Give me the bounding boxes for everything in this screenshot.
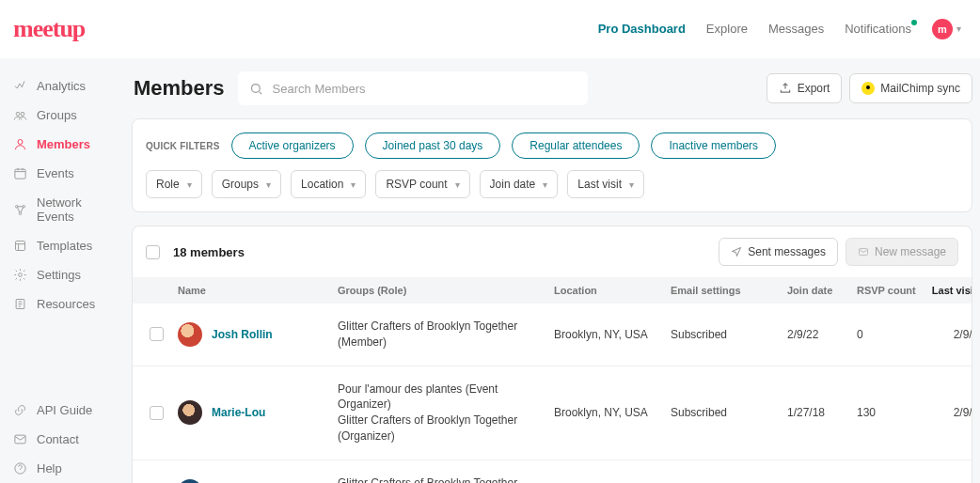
member-avatar — [178, 322, 202, 347]
member-avatar — [178, 479, 202, 483]
search-icon — [249, 82, 263, 96]
svg-point-8 — [19, 273, 23, 277]
table-actions: Sent messages New message — [719, 238, 958, 266]
sidebar-item-settings[interactable]: Settings — [0, 260, 124, 289]
cell-rsvp-count: 0 — [855, 328, 925, 341]
user-avatar: m — [932, 19, 953, 39]
table-row: Sam Broad Glitter Crafters of Brooklyn T… — [133, 460, 972, 483]
member-name-link[interactable]: Josh Rollin — [212, 328, 273, 341]
nav-explore[interactable]: Explore — [706, 22, 748, 36]
brand-logo[interactable]: meetup — [13, 15, 85, 43]
chevron-down-icon: ▾ — [455, 179, 460, 190]
quick-filter-joined-30-days[interactable]: Joined past 30 days — [365, 132, 501, 159]
filter-last-visit[interactable]: Last visit▾ — [567, 170, 644, 198]
new-message-button: New message — [846, 238, 958, 266]
settings-icon — [13, 268, 27, 282]
page-title: Members — [134, 76, 225, 101]
sidebar: Analytics Groups Members Events Network … — [0, 58, 124, 483]
resources-icon — [13, 297, 27, 311]
main-content: Members Export MailChimp sync QUICK FILT… — [124, 58, 980, 483]
sidebar-item-api-guide[interactable]: API Guide — [0, 396, 124, 425]
groups-icon — [13, 108, 27, 122]
svg-rect-10 — [15, 435, 25, 444]
export-icon — [779, 82, 792, 95]
topbar: meetup Pro Dashboard Explore Messages No… — [0, 0, 980, 58]
quick-filter-active-organizers[interactable]: Active organizers — [231, 132, 354, 159]
search-input[interactable] — [273, 82, 577, 96]
mailchimp-label: MailChimp sync — [880, 82, 960, 95]
sidebar-item-label: Contact — [37, 432, 79, 446]
sidebar-item-label: Help — [37, 461, 62, 475]
cell-last-visit: 2/9/22 — [925, 406, 972, 419]
sidebar-item-label: Network Events — [37, 195, 111, 224]
svg-point-12 — [251, 84, 260, 92]
sidebar-item-analytics[interactable]: Analytics — [0, 71, 124, 101]
th-name[interactable]: Name — [176, 285, 336, 296]
shell: Analytics Groups Members Events Network … — [0, 58, 980, 483]
user-menu[interactable]: m ▾ — [932, 19, 961, 39]
member-count: 18 members — [173, 245, 245, 259]
sidebar-item-label: Groups — [37, 108, 77, 122]
sidebar-item-resources[interactable]: Resources — [0, 289, 124, 319]
sidebar-item-label: Templates — [37, 239, 92, 253]
nav-notifications[interactable]: Notifications — [845, 22, 911, 36]
svg-rect-13 — [859, 249, 867, 256]
chevron-down-icon: ▾ — [629, 179, 634, 190]
mail-icon — [13, 432, 27, 446]
network-events-icon — [13, 203, 27, 217]
table-header-row: Name Groups (Role) Location Email settin… — [133, 277, 972, 304]
link-icon — [13, 403, 27, 417]
sidebar-item-label: Members — [37, 137, 90, 151]
export-button[interactable]: Export — [767, 73, 843, 103]
search-box[interactable] — [238, 71, 588, 105]
events-icon — [13, 166, 27, 180]
th-location[interactable]: Location — [552, 285, 669, 296]
cell-join-date: 1/27/18 — [785, 406, 855, 419]
sidebar-item-members[interactable]: Members — [0, 130, 124, 159]
sidebar-item-label: API Guide — [37, 403, 92, 417]
select-all-checkbox[interactable] — [146, 245, 160, 259]
cell-groups: Pour l'amour des plantes (Event Organize… — [336, 382, 552, 444]
svg-point-2 — [18, 140, 23, 145]
sidebar-item-help[interactable]: Help — [0, 454, 124, 483]
chevron-down-icon: ▾ — [543, 179, 547, 190]
table-body: Josh Rollin Glitter Crafters of Brooklyn… — [133, 304, 972, 483]
nav-messages[interactable]: Messages — [768, 22, 824, 36]
mail-icon — [858, 246, 869, 257]
svg-point-0 — [16, 112, 20, 116]
th-email[interactable]: Email settings — [669, 285, 785, 296]
nav-pro-dashboard[interactable]: Pro Dashboard — [598, 22, 686, 36]
sidebar-item-contact[interactable]: Contact — [0, 425, 124, 454]
cell-name: Sam Broad — [176, 479, 336, 483]
filter-role[interactable]: Role▾ — [146, 170, 202, 198]
table-toolbar: 18 members Sent messages New message — [133, 226, 972, 277]
cell-location: Brooklyn, NY, USA — [552, 328, 669, 341]
member-name-link[interactable]: Marie-Lou — [212, 406, 265, 419]
quick-filter-regular-attendees[interactable]: Regular attendees — [512, 132, 640, 159]
table-row: Josh Rollin Glitter Crafters of Brooklyn… — [133, 304, 972, 366]
row-checkbox[interactable] — [150, 327, 164, 341]
sidebar-item-groups[interactable]: Groups — [0, 101, 124, 130]
member-avatar — [178, 400, 202, 425]
filter-join-date[interactable]: Join date▾ — [480, 170, 559, 198]
sidebar-item-templates[interactable]: Templates — [0, 231, 124, 260]
quick-filter-inactive-members[interactable]: Inactive members — [651, 132, 776, 159]
page-actions: Export MailChimp sync — [767, 73, 972, 103]
sidebar-item-label: Events — [37, 166, 74, 180]
th-join[interactable]: Join date — [785, 285, 855, 296]
th-rsvp[interactable]: RSVP count — [855, 285, 925, 296]
chevron-down-icon: ▾ — [187, 179, 192, 190]
mailchimp-sync-button[interactable]: MailChimp sync — [849, 73, 972, 103]
cell-last-visit: 2/9/22 — [925, 328, 972, 341]
sent-messages-button[interactable]: Sent messages — [719, 238, 838, 266]
th-groups[interactable]: Groups (Role) — [336, 285, 552, 296]
row-checkbox[interactable] — [150, 406, 164, 420]
cell-rsvp-count: 130 — [855, 406, 925, 419]
th-last-visit[interactable]: Last visit ↑ — [925, 285, 972, 296]
sidebar-item-network-events[interactable]: Network Events — [0, 188, 124, 231]
filter-rsvp-count[interactable]: RSVP count▾ — [375, 170, 469, 198]
filter-dropdowns-row: Role▾ Groups▾ Location▾ RSVP count▾ Join… — [146, 170, 958, 198]
filter-location[interactable]: Location▾ — [291, 170, 366, 198]
filter-groups[interactable]: Groups▾ — [212, 170, 281, 198]
sidebar-item-events[interactable]: Events — [0, 159, 124, 188]
